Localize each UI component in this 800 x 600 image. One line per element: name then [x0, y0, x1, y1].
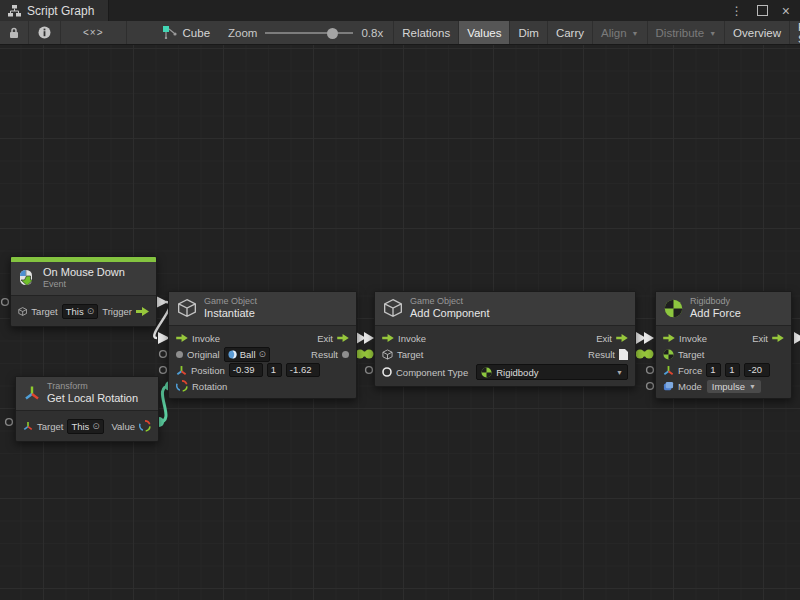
rotation-icon: [176, 380, 188, 392]
zoom-label: Zoom: [228, 27, 257, 39]
flow-arrow-icon[interactable]: [176, 334, 188, 342]
position-z-field[interactable]: -1.62: [286, 363, 320, 377]
target-label: Target: [678, 349, 704, 360]
relations-label: Relations: [402, 27, 450, 39]
object-picker-icon[interactable]: ⊙: [92, 422, 100, 431]
flow-arrow-icon[interactable]: [616, 334, 628, 342]
tabbar-spacer: [109, 0, 730, 21]
exit-label: Exit: [596, 333, 612, 344]
values-button[interactable]: Values: [459, 21, 510, 44]
flow-arrow-icon[interactable]: [337, 334, 349, 342]
lock-button[interactable]: [0, 21, 29, 44]
component-type-dropdown[interactable]: Rigidbody ▼: [476, 364, 628, 380]
carry-button[interactable]: Carry: [548, 21, 593, 44]
component-type-value: Rigidbody: [496, 367, 538, 378]
mouse-down-icon: [19, 269, 36, 287]
node-add-component[interactable]: Game Object Add Component Invoke Exit: [374, 291, 636, 387]
original-value-chip[interactable]: Ball ⊙: [224, 347, 270, 362]
distribute-label: Distribute: [656, 27, 705, 39]
mode-dropdown[interactable]: Impulse ▼: [706, 379, 762, 394]
node-add-force[interactable]: Rigidbody Add Force Invoke Exit: [655, 291, 792, 399]
node-category: Game Object: [410, 296, 490, 307]
game-object-icon: [382, 349, 393, 360]
node-header[interactable]: Game Object Add Component: [375, 292, 635, 326]
position-label: Position: [191, 365, 225, 376]
window-menu-icon[interactable]: ⋮: [731, 5, 743, 17]
port-row-position: Position -0.39 1 -1.62: [169, 362, 356, 378]
tab-script-graph[interactable]: Script Graph: [0, 0, 109, 21]
port-row-original: Original Ball ⊙ Result: [169, 346, 356, 362]
flow-arrow-icon[interactable]: [136, 307, 149, 316]
invoke-label: Invoke: [192, 333, 220, 344]
chevron-down-icon: ▼: [632, 30, 639, 37]
graph-selector[interactable]: Cube: [153, 21, 221, 44]
code-view-label: <×>: [83, 27, 104, 38]
node-get-local-rotation[interactable]: Transform Get Local Rotation Target This…: [15, 376, 159, 442]
code-view-button[interactable]: <×>: [61, 21, 127, 44]
carry-label: Carry: [556, 27, 584, 39]
wire-exit-stub: [794, 332, 800, 344]
node-on-mouse-down[interactable]: On Mouse Down Event Target This ⊙ Trigge…: [10, 256, 157, 327]
node-header[interactable]: Rigidbody Add Force: [656, 292, 791, 326]
relations-button[interactable]: Relations: [393, 21, 459, 44]
flow-arrow-icon[interactable]: [772, 334, 784, 342]
close-icon[interactable]: ×: [782, 4, 790, 18]
force-y-field[interactable]: 1: [725, 363, 740, 377]
node-header[interactable]: Game Object Instantiate: [169, 292, 356, 326]
info-button[interactable]: [29, 21, 61, 44]
flow-arrow-icon[interactable]: [382, 334, 394, 342]
dim-button[interactable]: Dim: [510, 21, 547, 44]
document-icon[interactable]: [619, 349, 628, 360]
transform-icon: [23, 421, 33, 431]
target-value: This: [66, 306, 84, 317]
port-row-target: Target This ⊙ Value: [16, 415, 158, 437]
target-label: Target: [31, 306, 57, 317]
fullscreen-button[interactable]: Full Screen: [790, 21, 800, 44]
distribute-button[interactable]: Distribute ▼: [648, 21, 726, 44]
node-title: On Mouse Down: [43, 266, 125, 279]
port-row-invoke: Invoke Exit: [656, 330, 791, 346]
zoom-slider-track[interactable]: [265, 32, 353, 34]
node-header[interactable]: Transform Get Local Rotation: [16, 377, 158, 411]
node-category: Game Object: [204, 296, 257, 307]
graph-icon: [8, 5, 21, 17]
maximize-icon[interactable]: [757, 5, 768, 16]
target-label: Target: [397, 349, 423, 360]
node-category: Transform: [47, 381, 138, 392]
mode-value: Impulse: [712, 381, 745, 392]
node-header[interactable]: On Mouse Down Event: [11, 262, 156, 296]
node-subtitle: Event: [43, 279, 125, 290]
mode-label: Mode: [678, 381, 702, 392]
object-picker-icon[interactable]: ⊙: [259, 350, 267, 359]
node-instantiate[interactable]: Game Object Instantiate Invoke Exit: [168, 291, 357, 399]
graph-canvas[interactable]: On Mouse Down Event Target This ⊙ Trigge…: [0, 45, 800, 600]
zoom-slider[interactable]: [265, 27, 353, 39]
values-label: Values: [467, 27, 501, 39]
force-x-field[interactable]: 1: [706, 363, 721, 377]
port-row-target: Target Result: [375, 346, 635, 362]
port-row-target: Target: [656, 346, 791, 362]
node-title: Add Force: [690, 307, 741, 320]
object-port-icon[interactable]: [342, 351, 349, 358]
window-controls: ⋮ ×: [731, 0, 800, 21]
value-port-icon[interactable]: [382, 367, 392, 377]
zoom-slider-handle[interactable]: [327, 28, 338, 39]
transform-icon: [176, 365, 187, 376]
graph-node-icon: [163, 26, 177, 39]
force-z-field[interactable]: -20: [744, 363, 770, 377]
result-label: Result: [588, 349, 615, 360]
overview-button[interactable]: Overview: [725, 21, 790, 44]
object-picker-icon[interactable]: ⊙: [87, 307, 95, 316]
position-y-field[interactable]: 1: [267, 363, 282, 377]
rigidbody-icon: [481, 367, 492, 378]
flow-arrow-icon[interactable]: [663, 334, 675, 342]
object-port-icon[interactable]: [176, 351, 183, 358]
graph-selector-label: Cube: [183, 27, 211, 39]
target-value-chip[interactable]: This ⊙: [62, 304, 99, 319]
position-x-field[interactable]: -0.39: [229, 363, 263, 377]
rotation-icon[interactable]: [139, 420, 151, 432]
target-value-chip[interactable]: This ⊙: [67, 419, 104, 434]
port-row-component-type: Component Type Rigidbody ▼: [375, 362, 635, 382]
align-button[interactable]: Align ▼: [593, 21, 648, 44]
enum-icon: [663, 381, 674, 392]
